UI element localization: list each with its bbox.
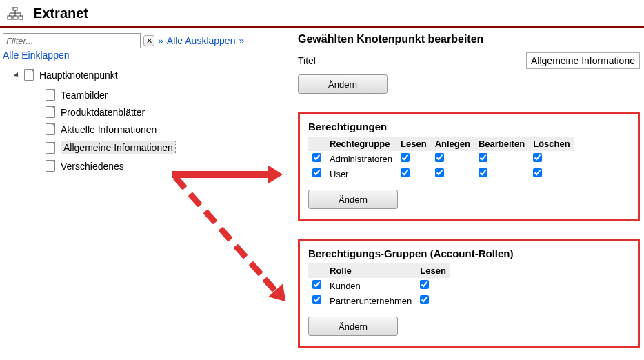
permission-checkbox[interactable] xyxy=(435,153,444,162)
permission-checkbox[interactable] xyxy=(401,153,410,162)
tree-item-label: Produktdatenblätter xyxy=(61,107,145,118)
permission-checkbox[interactable] xyxy=(312,168,321,177)
tree-item[interactable]: Allgemeine Informationen xyxy=(46,138,296,157)
change-permissions-button[interactable]: Ändern xyxy=(308,190,398,209)
tree-item-label: Allgemeine Informationen xyxy=(61,141,176,154)
change-title-button[interactable]: Ändern xyxy=(298,74,388,94)
table-header: Lesen xyxy=(396,137,431,151)
separator: » xyxy=(158,35,163,46)
sitemap-icon xyxy=(7,7,23,21)
table-row: Kunden xyxy=(308,278,450,293)
page-icon xyxy=(24,69,34,81)
svg-rect-3 xyxy=(19,16,23,19)
table-cell: Administratoren xyxy=(325,151,396,166)
role-groups-table: RolleLesen KundenPartnerunternehmen xyxy=(308,263,450,308)
permission-checkbox[interactable] xyxy=(533,168,542,177)
role-checkbox[interactable] xyxy=(312,295,321,304)
tree-item[interactable]: Teambilder xyxy=(46,86,296,103)
table-header: Rechtegruppe xyxy=(325,137,396,151)
permission-checkbox[interactable] xyxy=(479,153,487,162)
filter-input[interactable] xyxy=(3,33,141,48)
role-checkbox[interactable] xyxy=(312,280,321,289)
app-title: Extranet xyxy=(33,6,88,21)
tree-item[interactable]: Verschiedenes xyxy=(46,157,296,174)
role-groups-panel: Berechtigungs-Gruppen (Account-Rollen) R… xyxy=(298,239,640,348)
tree-item-label: Verschiedenes xyxy=(61,161,124,172)
tree-item[interactable]: Aktuelle Informationen xyxy=(46,121,296,138)
table-header: Löschen xyxy=(529,137,574,151)
separator: » xyxy=(239,35,244,46)
table-header: Lesen xyxy=(416,263,450,278)
tree-item-label: Teambilder xyxy=(61,90,108,101)
table-cell: Partnerunternehmen xyxy=(325,293,416,308)
expand-all-link[interactable]: Alle Ausklappen xyxy=(167,35,236,46)
table-row: Partnerunternehmen xyxy=(308,293,450,308)
collapse-icon[interactable] xyxy=(14,72,20,78)
left-panel: ✕ » Alle Ausklappen » Alle Einklappen Ha… xyxy=(0,33,296,348)
svg-rect-1 xyxy=(8,16,12,19)
table-cell: User xyxy=(325,166,396,181)
page-icon xyxy=(46,106,55,118)
role-checkbox[interactable] xyxy=(420,280,429,289)
table-header: Rolle xyxy=(325,263,416,278)
tree-root-row[interactable]: Hauptknotenpunkt xyxy=(3,68,296,82)
role-groups-heading: Berechtigungs-Gruppen (Account-Rollen) xyxy=(308,248,630,259)
permission-checkbox[interactable] xyxy=(479,168,487,177)
table-header xyxy=(308,137,325,151)
table-cell: Kunden xyxy=(325,278,416,293)
page-icon xyxy=(46,142,55,154)
permission-checkbox[interactable] xyxy=(312,153,321,162)
tree: Hauptknotenpunkt TeambilderProduktdatenb… xyxy=(3,68,296,174)
title-label: Titel xyxy=(298,55,316,66)
permissions-heading: Berechtigungen xyxy=(308,121,630,132)
role-checkbox[interactable] xyxy=(420,295,429,304)
table-header: Anlegen xyxy=(431,137,474,151)
tree-root-label: Hauptknotenpunkt xyxy=(39,70,118,81)
permissions-panel: Berechtigungen RechtegruppeLesenAnlegenB… xyxy=(298,112,640,221)
svg-rect-2 xyxy=(13,16,17,19)
tree-item[interactable]: Produktdatenblätter xyxy=(46,103,296,121)
table-row: User xyxy=(308,166,574,181)
right-panel: Gewählten Knotenpunkt bearbeiten Titel Ä… xyxy=(296,33,644,348)
permission-checkbox[interactable] xyxy=(401,168,410,177)
collapse-all-link[interactable]: Alle Einklappen xyxy=(3,50,70,61)
page-icon xyxy=(46,123,55,135)
permissions-table: RechtegruppeLesenAnlegenBearbeitenLösche… xyxy=(308,137,574,181)
tree-item-label: Aktuelle Informationen xyxy=(61,124,157,135)
permission-checkbox[interactable] xyxy=(533,153,542,162)
permission-checkbox[interactable] xyxy=(435,168,444,177)
table-header: Bearbeiten xyxy=(474,137,529,151)
editor-heading: Gewählten Knotenpunkt bearbeiten xyxy=(298,33,640,46)
table-row: Administratoren xyxy=(308,151,574,166)
clear-filter-button[interactable]: ✕ xyxy=(143,35,154,46)
title-input[interactable] xyxy=(526,52,640,69)
table-header xyxy=(308,263,325,278)
page-icon xyxy=(46,89,55,101)
svg-rect-0 xyxy=(13,7,17,10)
change-roles-button[interactable]: Ändern xyxy=(308,317,398,336)
page-icon xyxy=(46,160,55,172)
app-header: Extranet xyxy=(0,0,644,28)
